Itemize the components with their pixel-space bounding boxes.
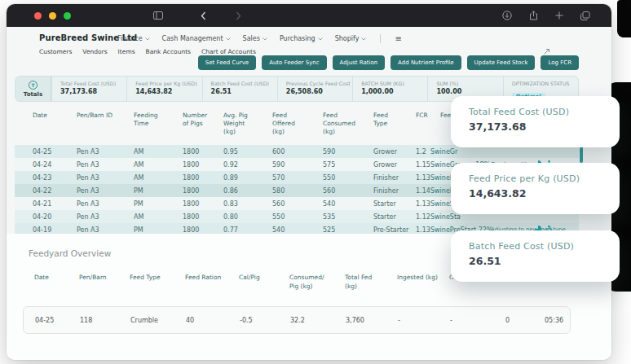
cell-consumed: 575	[310, 158, 360, 171]
cell-type: Finisher	[360, 171, 403, 184]
nav-item-3[interactable]: Purchasing	[280, 35, 323, 42]
totals-icon: T	[29, 81, 38, 90]
kpi-card-total-feed-cost: Total Feed Cost (USD) 37,173.68	[451, 96, 620, 147]
tabs-overview-icon[interactable]	[580, 11, 590, 20]
overview-cell-10: 05:36	[533, 317, 571, 324]
feed-col-header-5: Feed Offered (kg)	[259, 103, 310, 145]
feed-col-header-1: Pen/Barn ID	[64, 103, 121, 145]
nav-item-label: Finance	[117, 35, 143, 42]
totals-item-label: Batch Feed Cost (USD)	[211, 81, 274, 86]
feed-col-header-3: Number of Pigs	[170, 103, 210, 145]
kpi-card-title: Feed Price per Kg (USD)	[469, 173, 620, 184]
cell-fcr: 1.13	[403, 171, 427, 184]
chevron-down-icon	[318, 37, 323, 41]
downloads-icon[interactable]	[502, 11, 512, 20]
subnav-item-2[interactable]: Items	[118, 48, 135, 55]
cell-time: AM	[121, 158, 170, 171]
overview-row[interactable]: 04-25118Crumble40-0.532.23,760--005:36	[23, 306, 571, 334]
nav-item-2[interactable]: Sales	[243, 35, 267, 42]
totals-item-0: Total Feed Cost (USD)37,173.68	[51, 77, 126, 101]
kpi-card-value: 14,643.82	[469, 187, 620, 200]
minimize-window-button[interactable]	[49, 12, 56, 20]
nav-item-0[interactable]: Finance	[117, 35, 150, 42]
cell-time: AM	[121, 210, 170, 223]
forward-icon[interactable]	[236, 11, 241, 20]
totals-item-value: 1,000.00	[361, 88, 424, 95]
cell-type: Starter	[360, 197, 403, 210]
cell-pigs: 1800	[170, 158, 210, 171]
action-button-0[interactable]: Set Feed Curve	[198, 55, 256, 70]
action-button-4[interactable]: Update Feed Stock	[467, 55, 536, 70]
cell-pigs: 1800	[170, 171, 210, 184]
totals-item-value: 100.00	[436, 88, 499, 95]
cell-date: 04-20	[15, 210, 64, 223]
overview-col-header-1: Pen/Barn	[68, 274, 118, 291]
cell-pen: Pen A3	[64, 210, 121, 223]
totals-item-label: Previous Cycle Feed Cost	[286, 81, 349, 86]
chevron-down-icon	[361, 37, 366, 41]
hamburger-menu-icon[interactable]: ≡	[395, 34, 401, 43]
cell-offered: 580	[259, 184, 310, 197]
overview-col-header-5: Consumed/ Pig (kg)	[278, 274, 333, 291]
totals-item-label: SUM (%)	[436, 81, 499, 86]
totals-item-value: 14,643.82	[135, 88, 198, 95]
nav-item-label: Sales	[243, 35, 260, 42]
action-button-1[interactable]: Auto Feeder Sync	[262, 55, 326, 70]
cell-pen: Pen A3	[64, 158, 121, 171]
overview-cell-7: -	[386, 317, 439, 324]
chevron-down-icon	[263, 37, 267, 41]
nav-item-4[interactable]: Shopify	[335, 35, 367, 42]
overview-cell-9: 0	[494, 317, 533, 324]
totals-tab[interactable]: T Totals	[15, 77, 51, 101]
cell-type: Grower	[360, 145, 403, 158]
cell-consumed: 550	[310, 171, 360, 184]
nav-divider	[380, 34, 381, 43]
overview-cell-2: Crumble	[119, 317, 174, 324]
feed-col-header-2: Feeding Time	[121, 103, 170, 145]
cell-pen: Pen A3	[64, 171, 121, 184]
kpi-card-value: 26.51	[469, 255, 620, 267]
titlebar	[7, 4, 611, 27]
background-shape-top-right	[617, 0, 631, 37]
cell-fcr: 1.12	[403, 210, 427, 223]
subnav-item-3[interactable]: Bank Accounts	[146, 48, 191, 55]
cell-weight: 0.89	[210, 171, 259, 184]
subnav-item-4[interactable]: Chart of Accounts	[201, 48, 256, 55]
overview-col-header-3: Feed Ration	[174, 274, 227, 291]
action-button-3[interactable]: Add Nutrient Profile	[391, 55, 461, 70]
maximize-window-button[interactable]	[64, 12, 71, 20]
cell-weight: 0.92	[210, 158, 259, 171]
cell-date: 04-24	[15, 158, 64, 171]
nav-item-1[interactable]: Cash Management	[162, 35, 231, 42]
overview-cell-4: -0.5	[228, 317, 279, 324]
totals-item-label: BATCH SUM (KG)	[361, 81, 424, 86]
cell-offered: 570	[259, 171, 310, 184]
cell-time: PM	[121, 197, 170, 210]
overview-col-header-6: Total Fed (kg)	[333, 274, 386, 291]
sidebar-toggle-icon[interactable]	[153, 11, 163, 20]
feed-col-header-0: Date	[15, 103, 64, 145]
totals-item-2: Batch Feed Cost (USD)26.51	[202, 77, 277, 101]
cell-fcr: 1.14	[403, 184, 427, 197]
cell-offered: 560	[259, 197, 310, 210]
cell-date: 04-25	[15, 145, 64, 158]
cell-consumed: 535	[310, 210, 360, 223]
cell-offered: 550	[259, 210, 310, 223]
close-window-button[interactable]	[34, 12, 42, 20]
subnav-item-0[interactable]: Customers	[39, 48, 72, 55]
totals-item-label: Feed Price per Kg (USD)	[135, 81, 198, 86]
subnav-item-1[interactable]: Vendors	[82, 48, 107, 55]
cell-weight: 0.95	[210, 145, 259, 158]
totals-item-value: 37,173.68	[60, 88, 123, 95]
action-button-5[interactable]: Log FCR	[541, 55, 579, 70]
cell-pigs: 1800	[170, 145, 210, 158]
cell-consumed: 590	[310, 145, 360, 158]
share-icon[interactable]	[529, 11, 538, 20]
back-icon[interactable]	[201, 11, 206, 20]
cell-fcr: 1.13	[403, 197, 427, 210]
new-tab-icon[interactable]	[555, 11, 563, 20]
nav-item-label: Shopify	[335, 35, 360, 42]
action-button-2[interactable]: Adjust Ration	[333, 55, 386, 70]
overview-row-cells: 04-25118Crumble40-0.532.23,760--005:36	[24, 317, 570, 324]
overview-cell-8: -	[439, 317, 494, 324]
